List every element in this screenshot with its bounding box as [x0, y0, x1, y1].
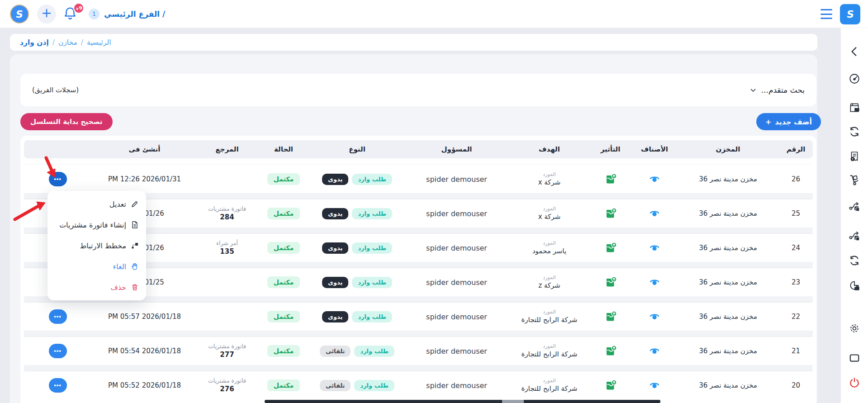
receipt-money-icon[interactable] [849, 151, 860, 162]
context-menu-item-trash[interactable]: حذف [47, 277, 146, 298]
dashboard-gauge-icon[interactable] [849, 73, 860, 85]
invoice-icon [131, 221, 139, 229]
branch-label: الفرع الرئيسي / [104, 9, 165, 19]
row-type-badges: طلب وارد تلقائى [311, 380, 403, 391]
view-items-eye-icon[interactable] [632, 209, 677, 218]
branch-count-badge: 1 [89, 9, 100, 19]
add-new-button[interactable]: أضف جديد + [756, 113, 821, 130]
type-badge-incoming: طلب وارد [354, 380, 394, 391]
type-badge-mode: يدوى [322, 208, 348, 219]
row-responsible: spider demouser [403, 175, 510, 184]
horizontal-scrollbar[interactable] [265, 400, 660, 403]
row-actions-button[interactable]: ••• [49, 344, 67, 358]
breadcrumb-separator: / [81, 38, 83, 47]
row-type-badges: طلب وارد يدوى [311, 311, 403, 322]
type-badge-mode: يدوى [322, 174, 348, 185]
right-sidebar [841, 28, 868, 403]
sync-icon[interactable] [849, 255, 860, 266]
target-sublabel: المورد [510, 240, 589, 247]
effect-import-icon [589, 241, 632, 255]
target-value: شركة الرابح للتجارة [510, 350, 589, 359]
context-menu-label: مخطط الارتباط [80, 242, 126, 250]
context-menu-item-pencil[interactable]: تعديل [47, 194, 146, 214]
window-icon[interactable] [849, 352, 860, 364]
context-menu-label: إنشاء فاتورة مشتريات [59, 221, 126, 229]
col-header-status: الحالة [256, 145, 311, 153]
table-row: 20 مخزن مدينة نصر 36 المورد شركة الرابح … [24, 371, 813, 399]
type-badge-incoming: طلب وارد [352, 277, 392, 288]
row-created-at: PM 05:54 2026/01/18 [91, 347, 198, 355]
view-items-eye-icon[interactable] [632, 312, 677, 322]
row-reference: أمر شراء 135 [198, 240, 256, 256]
context-menu-item-cancel-hand[interactable]: الغاء [47, 256, 146, 277]
advanced-search-panel: بحث متقدم... (سجلات الفريق) [20, 74, 816, 106]
transfer-route-icon[interactable] [849, 200, 860, 212]
row-warehouse: مخزن مدينة نصر 36 [677, 209, 779, 218]
pie-chart-icon[interactable] [849, 280, 860, 291]
col-header-created-at: أنشئ فى [91, 145, 198, 153]
row-target: المورد ياسر محمود [510, 240, 589, 256]
type-badge-mode: تلقائى [320, 346, 351, 357]
target-sublabel: المورد [510, 206, 589, 212]
notifications-button[interactable]: +9 [62, 5, 81, 24]
row-reference: فاتورة مشتريات 284 [198, 205, 256, 222]
target-sublabel: المورد [510, 378, 589, 384]
view-items-eye-icon[interactable] [632, 174, 677, 184]
col-header-type: النوع [311, 145, 403, 153]
table-row: 22 مخزن مدينة نصر 36 المورد شركة الرابح … [24, 303, 813, 331]
effect-import-icon [589, 344, 632, 358]
breadcrumb-warehouses-link[interactable]: مخازن [58, 38, 77, 47]
row-number: 26 [779, 175, 813, 183]
breadcrumb-home-link[interactable]: الرئيسية [87, 38, 111, 47]
type-badge-mode: تلقائى [320, 380, 351, 391]
context-menu-label: الغاء [113, 262, 126, 271]
type-badge-mode: يدوى [322, 277, 348, 288]
power-icon[interactable] [849, 377, 860, 389]
row-reference: فاتورة مشتريات 276 [198, 377, 256, 394]
table-header-row: الرقم المخزن الأصناف التأثير الهدف المسؤ… [24, 140, 813, 158]
view-items-eye-icon[interactable] [632, 346, 677, 356]
hand-truck-icon[interactable] [849, 174, 860, 186]
row-target: المورد شركة الرابح للتجارة [510, 378, 589, 394]
transfer-route-icon[interactable] [849, 230, 860, 242]
status-badge: مكتمل [267, 276, 300, 288]
quick-add-button[interactable]: + [37, 5, 56, 24]
row-responsible: spider demouser [403, 347, 510, 356]
effect-import-icon [589, 206, 632, 221]
pencil-icon [131, 200, 139, 208]
context-menu-item-invoice[interactable]: إنشاء فاتورة مشتريات [47, 214, 146, 235]
row-actions-button[interactable]: ••• [49, 378, 67, 393]
view-items-eye-icon[interactable] [632, 243, 677, 253]
row-actions-button[interactable]: ••• [49, 172, 67, 186]
branch-selector[interactable]: 1 الفرع الرئيسي / [89, 0, 165, 28]
store-icon[interactable] [849, 102, 860, 114]
row-warehouse: مخزن مدينة نصر 36 [677, 175, 779, 183]
row-target: المورد شركة z [510, 275, 589, 290]
row-responsible: spider demouser [403, 381, 510, 390]
col-header-number: الرقم [779, 145, 813, 153]
row-target: المورد شركة x [510, 206, 589, 222]
row-target: المورد شركة الرابح للتجارة [510, 343, 589, 359]
context-menu-item-link-map[interactable]: مخطط الارتباط [47, 235, 146, 256]
view-items-eye-icon[interactable] [632, 380, 677, 390]
settings-gear-icon[interactable] [849, 322, 860, 334]
add-new-label: أضف جديد [775, 118, 812, 126]
reference-label: فاتورة مشتريات [198, 343, 256, 350]
row-reference: فاتورة مشتريات 277 [198, 343, 256, 360]
type-badge-mode: يدوى [322, 311, 348, 322]
table-row: 26 مخزن مدينة نصر 36 المورد شركة x spide… [24, 165, 813, 193]
row-warehouse: مخزن مدينة نصر 36 [677, 313, 779, 321]
chevron-down-icon [749, 86, 757, 94]
fix-sequence-button[interactable]: تصحيح بداية التسلسل [20, 113, 113, 130]
row-actions-button[interactable]: ••• [49, 309, 67, 324]
type-badge-incoming: طلب وارد [352, 208, 392, 219]
row-type-badges: طلب وارد يدوى [311, 174, 403, 185]
sync-icon[interactable] [849, 126, 860, 137]
collapse-chevron-icon[interactable] [849, 46, 860, 57]
advanced-search-toggle[interactable]: بحث متقدم... [749, 85, 805, 95]
table-row: 21 مخزن مدينة نصر 36 المورد شركة الرابح … [24, 337, 813, 365]
reference-number: 135 [198, 247, 256, 256]
menu-hamburger-icon[interactable] [821, 9, 832, 19]
col-header-responsible: المسؤول [403, 145, 510, 153]
view-items-eye-icon[interactable] [632, 277, 677, 287]
